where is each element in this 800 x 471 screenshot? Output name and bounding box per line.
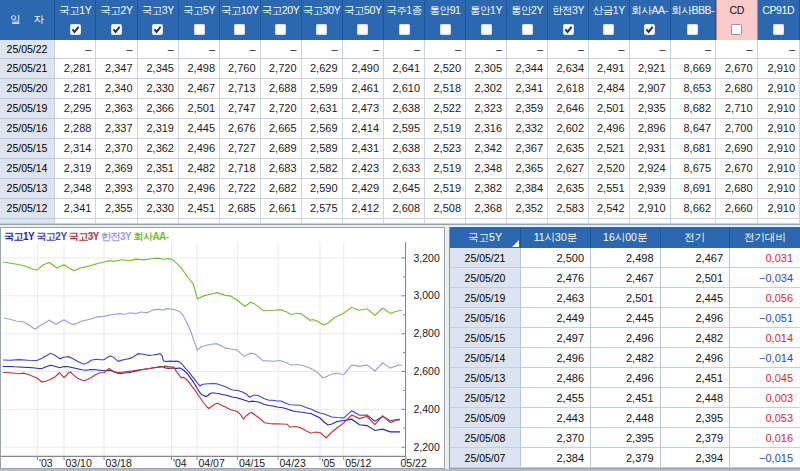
svg-text:3,000: 3,000 bbox=[414, 289, 440, 301]
svg-text:'03: '03 bbox=[39, 457, 53, 469]
svg-text:2,400: 2,400 bbox=[414, 403, 440, 415]
svg-text:2,600: 2,600 bbox=[414, 365, 440, 377]
svg-text:04/15: 04/15 bbox=[239, 457, 265, 469]
svg-text:05/12: 05/12 bbox=[345, 457, 371, 469]
svg-text:04/07: 04/07 bbox=[199, 457, 225, 469]
svg-text:2,800: 2,800 bbox=[414, 327, 440, 339]
svg-text:03/10: 03/10 bbox=[66, 457, 92, 469]
svg-text:2,200: 2,200 bbox=[414, 441, 440, 453]
svg-text:3,200: 3,200 bbox=[414, 252, 440, 264]
svg-text:'05: '05 bbox=[322, 457, 336, 469]
svg-text:'04: '04 bbox=[173, 457, 187, 469]
svg-text:04/23: 04/23 bbox=[280, 457, 306, 469]
svg-text:03/18: 03/18 bbox=[106, 457, 132, 469]
svg-text:05/22: 05/22 bbox=[401, 457, 427, 469]
